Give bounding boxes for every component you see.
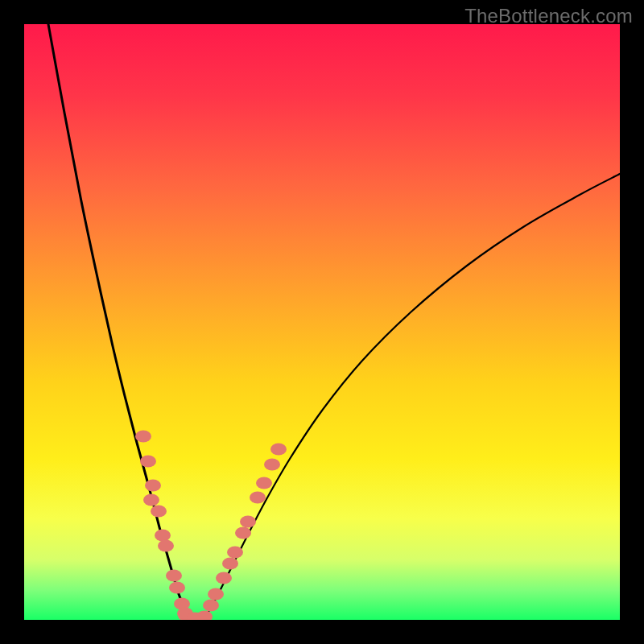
dot-2 bbox=[145, 480, 161, 492]
dot-12 bbox=[196, 611, 213, 621]
dot-8 bbox=[169, 582, 185, 594]
curve-left-branch bbox=[48, 24, 190, 618]
dot-0 bbox=[135, 431, 151, 443]
dot-15 bbox=[216, 572, 232, 584]
curve-right-branch bbox=[204, 174, 620, 618]
dot-3 bbox=[143, 494, 159, 506]
dot-18 bbox=[235, 527, 251, 539]
outer-black-frame: TheBottleneck.com bbox=[0, 0, 644, 644]
dot-4 bbox=[151, 506, 167, 518]
dot-20 bbox=[250, 492, 266, 504]
dot-17 bbox=[227, 547, 243, 559]
dot-7 bbox=[166, 570, 182, 582]
dot-1 bbox=[140, 456, 156, 468]
dot-19 bbox=[240, 516, 256, 528]
dot-6 bbox=[158, 540, 174, 552]
dot-21 bbox=[256, 477, 272, 489]
dot-23 bbox=[270, 444, 287, 456]
plot-area bbox=[24, 24, 620, 620]
dot-13 bbox=[203, 600, 219, 612]
dot-5 bbox=[155, 530, 171, 542]
dot-22 bbox=[264, 459, 280, 471]
curves-layer bbox=[24, 24, 620, 620]
dot-16 bbox=[222, 558, 238, 570]
dot-14 bbox=[208, 588, 224, 601]
